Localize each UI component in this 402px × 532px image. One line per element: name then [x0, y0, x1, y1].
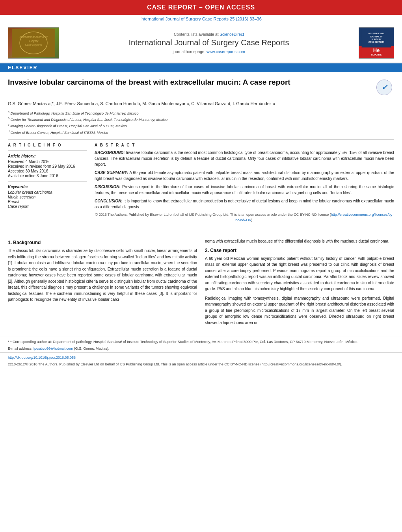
affiliation-a: a Department of Pathology, Hospital San … — [8, 110, 394, 116]
sciencedirect-link[interactable]: ScienceDirect — [220, 32, 244, 37]
affiliation-b: b Center for Treatment and Diagnosis of … — [8, 116, 394, 122]
article-info-abstract: A R T I C L E I N F O Article history: R… — [8, 143, 394, 223]
abstract-background: BACKGROUND: Invasive lobular carcinoma i… — [95, 150, 394, 167]
abstract-discussion: DISCUSSION: Previous report in the liter… — [95, 184, 394, 196]
divider-body — [8, 227, 394, 227]
header-area: International Journal of Surgery Case Re… — [0, 23, 402, 63]
crossmark[interactable]: ✓ — [374, 78, 394, 97]
history-online: Available online 3 June 2016 — [8, 174, 87, 178]
body-section2-para1: A 60-year-old Mexican woman asymptomatic… — [205, 256, 394, 292]
copyright-link[interactable]: http://creativecommons.org/licenses/by-n… — [235, 213, 393, 222]
bottom-copyright: 2210-2612/© 2016 The Authors. Published … — [8, 362, 342, 366]
body-two-col: 1. Background The classic lobular carcin… — [8, 238, 394, 329]
abstract-conclusion: CONCLUSION: It is important to know that… — [95, 198, 394, 210]
affiliation-c: c Imaging Center Diagnostic of Breast, H… — [8, 122, 394, 129]
homepage-label: journal homepage: — [173, 50, 205, 54]
elsevier-bar: ELSEVIER — [0, 63, 402, 72]
abstract-summary-text: A 60 year old female asymptomatic patien… — [95, 171, 394, 181]
body-section2-para2: Radiological imaging with tomosynthesis,… — [205, 295, 394, 326]
footnote-area: * * Corresponding author at: Department … — [0, 337, 402, 351]
footnote-email-label: E-mail address: — [8, 347, 33, 350]
crossmark-icon: ✓ — [376, 80, 392, 95]
homepage-link[interactable]: www.casereports.com — [207, 50, 245, 54]
body-content: 1. Background The classic lobular carcin… — [0, 234, 402, 333]
footnote-email-link[interactable]: lpositivo66@hotmail.com — [34, 347, 73, 350]
contents-line: Contents lists available at ScienceDirec… — [59, 32, 359, 37]
journal-citation: International Journal of Surgery Case Re… — [0, 15, 402, 23]
abstract-case-summary: CASE SUMMARY: A 60 year old female asymp… — [95, 170, 394, 182]
top-banner: CASE REPORT – OPEN ACCESS — [0, 0, 402, 15]
abstract-conclusion-text: It is important to know that extracellul… — [95, 199, 394, 209]
divider-info — [8, 150, 87, 151]
journal-title-header: International Journal of Surgery Case Re… — [59, 38, 359, 47]
svg-text:He: He — [373, 47, 380, 53]
divider-keywords — [8, 181, 87, 182]
divider-1 — [8, 139, 394, 140]
history-title: Article history: — [8, 154, 87, 158]
affiliations: a Department of Pathology, Hospital San … — [8, 110, 394, 136]
history-accepted: Accepted 30 May 2016 — [8, 169, 87, 173]
article-info-col: A R T I C L E I N F O Article history: R… — [8, 143, 87, 223]
svg-text:INTERNATIONAL: INTERNATIONAL — [368, 32, 384, 35]
article-content: Invasive lobular carcinoma of the breast… — [0, 72, 402, 234]
section1-heading: 1. Background — [8, 240, 197, 245]
article-info-label: A R T I C L E I N F O — [8, 143, 87, 147]
journal-logo-right: INTERNATIONAL JOURNAL OF SURGERY CASE RE… — [359, 27, 394, 59]
svg-text:REPORTS: REPORTS — [371, 54, 382, 56]
svg-text:SURGERY: SURGERY — [371, 38, 382, 41]
keywords-title: Keywords: — [8, 185, 87, 189]
abstract-summary-label: CASE SUMMARY: — [95, 171, 128, 175]
svg-text:Case Reports: Case Reports — [25, 43, 42, 46]
abstract-discussion-label: DISCUSSION: — [95, 185, 121, 189]
history-revised: Received in revised form 29 May 2016 — [8, 164, 87, 169]
keyword-0: Lobular breast carcinoma — [8, 190, 87, 195]
copyright-line: © 2016 The Authors. Published by Elsevie… — [95, 212, 394, 223]
abstract-label: A B S T R A C T — [95, 143, 394, 147]
svg-text:Surgery: Surgery — [29, 39, 39, 43]
svg-text:International Journal of: International Journal of — [19, 35, 48, 38]
abstract-discussion-text: Previous report in the literature of fou… — [95, 185, 394, 195]
body-col-left: 1. Background The classic lobular carcin… — [8, 238, 197, 329]
elsevier-logo-left: International Journal of Surgery Case Re… — [8, 27, 59, 59]
footnote-email: E-mail address: lpositivo66@hotmail.com … — [8, 346, 394, 352]
header-center: Contents lists available at ScienceDirec… — [59, 32, 359, 54]
body-col-right: noma with extracellular mucin because of… — [205, 238, 394, 329]
doi-link[interactable]: http://dx.doi.org/10.1016/j.ijscr.2016.0… — [8, 355, 394, 361]
body-section1-para: The classic lobular carcinoma is charact… — [8, 248, 197, 303]
footnote-star: * * Corresponding author at: Department … — [8, 339, 394, 345]
footnote-star-text: * Corresponding author at: Department of… — [10, 340, 357, 344]
abstract-background-text: Invasive lobular carcinoma is the second… — [95, 150, 394, 167]
svg-text:CASE REPORTS: CASE REPORTS — [368, 41, 385, 43]
title-row: Invasive lobular carcinoma of the breast… — [8, 78, 394, 97]
abstract-background-label: BACKGROUND: — [95, 150, 125, 155]
abstract-conclusion-label: CONCLUSION: — [95, 199, 123, 203]
body-section1-cont: noma with extracellular mucin because of… — [205, 238, 394, 245]
affiliation-d: d Center of Breast Cancer, Hospital San … — [8, 129, 394, 135]
svg-rect-0 — [12, 29, 55, 57]
keyword-1: Mucin secretion — [8, 195, 87, 199]
history-received: Received 4 March 2016 — [8, 159, 87, 164]
svg-text:JOURNAL OF: JOURNAL OF — [370, 35, 383, 38]
keyword-2: Breast — [8, 200, 87, 204]
keyword-3: Case report — [8, 204, 87, 209]
section2-heading: 2. Case report — [205, 248, 394, 253]
bottom-bar: http://dx.doi.org/10.1016/j.ijscr.2016.0… — [0, 352, 402, 369]
abstract-col: A B S T R A C T BACKGROUND: Invasive lob… — [95, 143, 394, 223]
article-title: Invasive lobular carcinoma of the breast… — [8, 78, 370, 87]
contents-text: Contents lists available at — [174, 32, 218, 37]
authors: G.S. Gómez Macías a,*, J.E. Pérez Sauced… — [8, 100, 394, 108]
homepage-line: journal homepage: www.casereports.com — [59, 50, 359, 54]
footnote-email-person: (G.S. Gómez Macías). — [74, 347, 110, 350]
